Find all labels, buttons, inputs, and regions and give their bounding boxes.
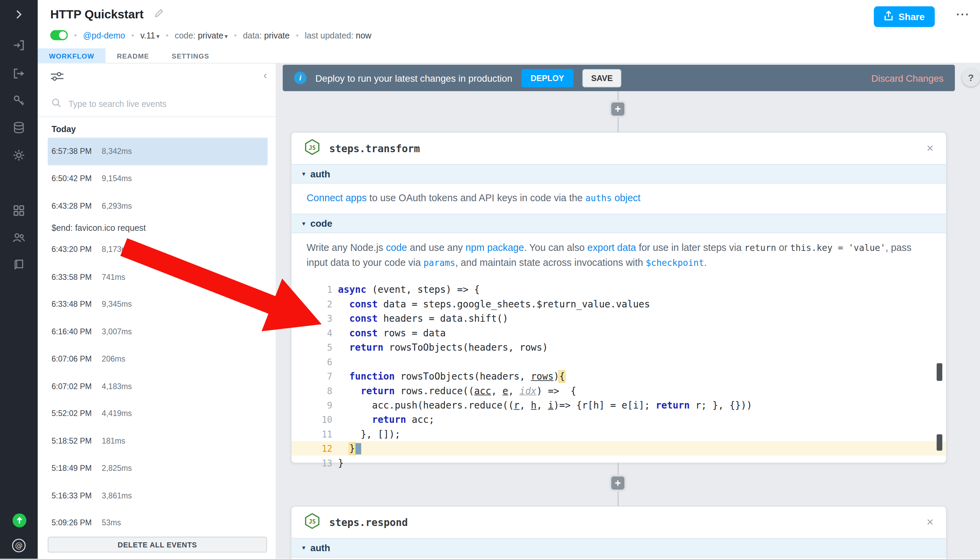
event-row[interactable]: 6:33:48 PM9,345ms xyxy=(48,291,267,318)
discard-changes-link[interactable]: Discard Changes xyxy=(871,73,944,83)
app-root: @ HTTP Quickstart • @pd-demo • v.11▾ • c… xyxy=(0,0,980,559)
share-button[interactable]: Share xyxy=(874,6,935,27)
workflows-icon[interactable] xyxy=(12,38,26,53)
api-keys-icon[interactable] xyxy=(12,94,26,108)
code-text: acc.push(headers.reduce((r, h, i)=> {r[h… xyxy=(332,399,752,410)
editor-scrollbar-thumb[interactable] xyxy=(937,434,942,451)
code-line[interactable]: 13} xyxy=(292,455,946,470)
owner-link[interactable]: @pd-demo xyxy=(83,31,125,40)
event-row[interactable]: 6:43:20 PM8,173ms xyxy=(48,236,267,263)
close-icon[interactable]: × xyxy=(927,141,934,155)
status-up-icon[interactable] xyxy=(12,513,27,528)
svg-text:JS: JS xyxy=(309,518,316,525)
line-number: 8 xyxy=(292,386,332,396)
inline-link[interactable]: params xyxy=(424,258,455,268)
collapse-panel-icon[interactable]: ‹ xyxy=(263,69,267,82)
text-segment: or xyxy=(776,242,790,253)
line-number: 1 xyxy=(292,284,332,294)
event-row[interactable]: 6:57:38 PM8,342ms xyxy=(48,137,267,165)
line-number: 5 xyxy=(292,342,332,352)
event-row[interactable]: 5:18:49 PM2,825ms xyxy=(48,455,267,482)
event-row[interactable]: 6:16:40 PM3,007ms xyxy=(48,318,267,345)
deploy-button[interactable]: DEPLOY xyxy=(521,69,573,87)
edit-title-icon[interactable] xyxy=(153,8,164,21)
separator-dot: • xyxy=(296,31,299,40)
step-card-header: JS steps.transform × xyxy=(292,133,946,164)
tab-settings[interactable]: SETTINGS xyxy=(160,48,221,63)
deploy-message: Deploy to run your latest changes in pro… xyxy=(315,73,513,83)
search-icon xyxy=(51,98,61,110)
toggle-knob xyxy=(59,31,67,39)
auth-section-header[interactable]: ▾ auth xyxy=(292,164,946,184)
event-time: 6:50:42 PM xyxy=(51,174,102,183)
code-line[interactable]: 3 const headers = data.shift() xyxy=(292,311,946,326)
event-row[interactable]: 6:07:06 PM206ms xyxy=(48,345,267,372)
code-visibility-dropdown[interactable]: code: private▾ xyxy=(175,31,228,40)
separator-dot: • xyxy=(131,31,134,40)
inline-link[interactable]: $checkpoint xyxy=(646,258,704,268)
inline-link[interactable]: object xyxy=(612,192,640,203)
event-row[interactable]: 6:07:02 PM4,183ms xyxy=(48,373,267,400)
settings-gear-icon[interactable] xyxy=(12,149,26,162)
event-row[interactable]: 6:33:58 PM741ms xyxy=(48,263,267,291)
info-icon: i xyxy=(294,71,307,84)
event-time: 5:09:26 PM xyxy=(51,519,102,528)
code-editor[interactable]: 1async (event, steps) => {2 const data =… xyxy=(292,278,946,475)
account-at-icon[interactable]: @ xyxy=(12,539,26,552)
code-line[interactable]: 5 return rowsToObjects(headers, rows) xyxy=(292,340,946,354)
code-line[interactable]: 4 const rows = data xyxy=(292,326,946,340)
text-segment: . xyxy=(704,257,707,268)
code-section-header[interactable]: ▾ code xyxy=(292,214,946,233)
editor-scrollbar-thumb[interactable] xyxy=(937,363,942,381)
event-notice: $end: favicon.ico request xyxy=(38,220,276,236)
docs-book-icon[interactable] xyxy=(12,258,26,272)
inline-link[interactable]: Connect apps xyxy=(307,192,367,203)
code-line[interactable]: 6 xyxy=(292,354,946,369)
tab-bar: WORKFLOW README SETTINGS xyxy=(38,48,221,63)
version-dropdown[interactable]: v.11▾ xyxy=(140,31,159,40)
code-line[interactable]: 8 return rows.reduce((acc, e, idx) => { xyxy=(292,383,946,398)
data-stores-icon[interactable] xyxy=(12,121,26,134)
code-line[interactable]: 12 } xyxy=(292,441,946,455)
event-sources-icon[interactable] xyxy=(12,67,26,81)
code-line[interactable]: 10 return acc; xyxy=(292,412,946,427)
close-icon[interactable]: × xyxy=(927,515,934,529)
inline-link[interactable]: export data xyxy=(587,242,636,253)
tab-readme[interactable]: README xyxy=(106,48,160,63)
event-duration: 3,007ms xyxy=(102,327,132,336)
code-line[interactable]: 7 function rowsToObjects(headers, rows){ xyxy=(292,369,946,383)
search-input[interactable] xyxy=(68,98,266,109)
auth-section-header[interactable]: ▾ auth xyxy=(292,538,946,557)
event-duration: 9,154ms xyxy=(102,174,132,183)
code-text: const rows = data xyxy=(332,327,446,338)
help-button[interactable]: ? xyxy=(962,68,980,87)
apps-grid-icon[interactable] xyxy=(12,203,26,218)
save-button[interactable]: SAVE xyxy=(582,69,621,87)
event-row[interactable]: 5:16:33 PM3,861ms xyxy=(48,482,267,509)
event-duration: 6,293ms xyxy=(102,202,132,210)
code-line[interactable]: 2 const data = steps.google_sheets.$retu… xyxy=(292,296,946,311)
tab-workflow[interactable]: WORKFLOW xyxy=(38,48,106,63)
event-row[interactable]: 5:52:02 PM4,419ms xyxy=(48,400,267,427)
event-row[interactable]: 5:09:26 PM53ms xyxy=(48,509,267,532)
expand-sidebar-icon[interactable] xyxy=(12,8,26,22)
inline-link[interactable]: auths xyxy=(585,193,612,203)
event-row[interactable]: 6:43:28 PM6,293ms xyxy=(48,192,267,220)
teams-icon[interactable] xyxy=(12,231,26,245)
inline-link[interactable]: code xyxy=(386,242,407,253)
event-row[interactable]: 5:18:52 PM181ms xyxy=(48,427,267,455)
event-row[interactable]: 6:50:42 PM9,154ms xyxy=(48,165,267,192)
filter-icon[interactable] xyxy=(50,71,64,85)
workflow-active-toggle[interactable] xyxy=(50,30,68,41)
add-step-button-top[interactable]: + xyxy=(609,101,627,117)
step-title: steps.transform xyxy=(329,142,420,154)
more-menu-button[interactable]: ⋯ xyxy=(955,6,970,23)
delete-all-events-button[interactable]: DELETE ALL EVENTS xyxy=(48,537,267,552)
code-text: const data = steps.google_sheets.$return… xyxy=(332,298,650,309)
code-line[interactable]: 9 acc.push(headers.reduce((r, h, i)=> {r… xyxy=(292,398,946,412)
add-step-button-bottom[interactable]: + xyxy=(609,475,627,491)
code-line[interactable]: 1async (event, steps) => { xyxy=(292,282,946,296)
inline-link[interactable]: npm package xyxy=(465,242,524,253)
code-line[interactable]: 11 }, []); xyxy=(292,427,946,441)
separator-dot: • xyxy=(166,31,168,40)
